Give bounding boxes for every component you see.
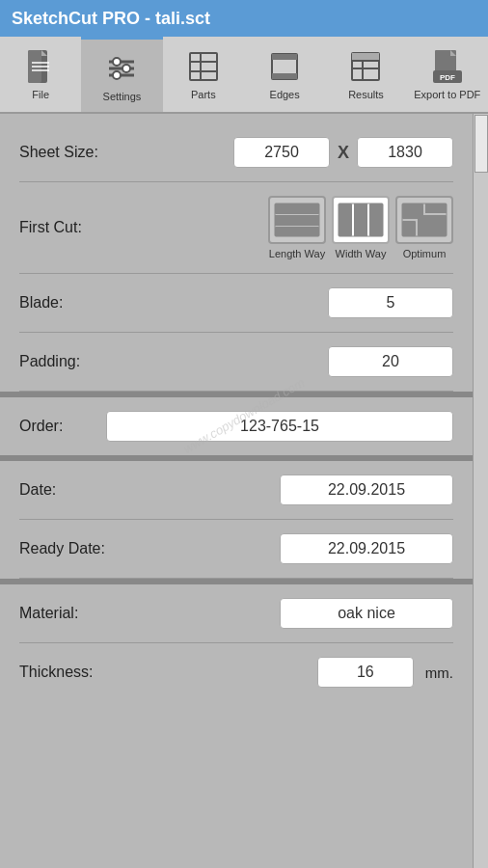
scrollbar-thumb[interactable] xyxy=(474,115,488,173)
thickness-label: Thickness: xyxy=(19,664,145,681)
svg-rect-38 xyxy=(425,203,447,213)
toolbar-parts[interactable]: Parts xyxy=(163,37,244,112)
order-input[interactable] xyxy=(106,411,453,442)
x-separator: X xyxy=(338,143,349,163)
order-input-wrapper xyxy=(106,411,453,442)
order-row: Order: xyxy=(19,397,453,455)
cut-options: Length Way Width Way xyxy=(145,196,453,259)
thickness-row: Thickness: mm. xyxy=(19,643,453,707)
main-content: www.copydownload.com Sheet Size: X First… xyxy=(0,114,488,868)
results-icon xyxy=(347,48,384,85)
blade-input[interactable] xyxy=(328,287,453,318)
sheet-size-inputs: X xyxy=(145,137,453,168)
material-value xyxy=(145,598,453,629)
toolbar-file[interactable]: File xyxy=(0,37,81,112)
edges-icon xyxy=(266,48,303,85)
thickness-value: mm. xyxy=(145,657,453,688)
date-label: Date: xyxy=(19,481,145,499)
material-input[interactable] xyxy=(280,598,453,629)
svg-rect-12 xyxy=(190,53,217,80)
length-way-label: Length Way xyxy=(269,248,325,259)
thickness-unit: mm. xyxy=(425,665,453,681)
sheet-height-input[interactable] xyxy=(357,137,453,168)
svg-rect-18 xyxy=(272,73,297,79)
cut-option-width-way[interactable]: Width Way xyxy=(332,196,390,259)
order-label: Order: xyxy=(19,418,106,435)
padding-value xyxy=(145,346,453,377)
svg-point-9 xyxy=(113,58,121,66)
svg-rect-39 xyxy=(402,221,416,236)
cut-option-length-way[interactable]: Length Way xyxy=(268,196,326,259)
blade-row: Blade: xyxy=(19,274,453,333)
ready-date-input[interactable] xyxy=(280,533,453,564)
toolbar-results-label: Results xyxy=(348,89,384,100)
first-cut-label: First Cut: xyxy=(19,219,145,236)
title-bar: SketchCut PRO - tali.sct xyxy=(0,0,488,37)
optimum-label: Optimum xyxy=(403,248,447,259)
toolbar: File Settings Parts xyxy=(0,37,488,114)
parts-icon xyxy=(185,48,222,85)
svg-point-10 xyxy=(122,65,130,72)
sheet-size-label: Sheet Size: xyxy=(19,144,145,161)
svg-rect-40 xyxy=(418,215,447,236)
width-way-label: Width Way xyxy=(336,248,387,259)
toolbar-parts-label: Parts xyxy=(191,89,216,100)
date-row: Date: xyxy=(19,461,453,520)
ready-date-value xyxy=(145,533,453,564)
sheet-size-row: Sheet Size: X xyxy=(19,123,453,182)
toolbar-settings[interactable]: Settings xyxy=(81,37,162,112)
svg-text:PDF: PDF xyxy=(440,73,455,82)
toolbar-export-pdf[interactable]: PDF Export to PDF xyxy=(407,37,488,112)
optimum-icon-box xyxy=(395,196,453,244)
padding-label: Padding: xyxy=(19,353,145,370)
thickness-input[interactable] xyxy=(317,657,414,688)
settings-icon xyxy=(103,50,140,87)
width-way-icon-box xyxy=(332,196,390,244)
blade-value xyxy=(145,287,453,318)
material-label: Material: xyxy=(19,605,145,622)
svg-rect-35 xyxy=(369,203,383,236)
file-icon xyxy=(22,48,59,85)
export-pdf-icon: PDF xyxy=(429,48,466,85)
first-cut-row: First Cut: Length Way xyxy=(19,182,453,274)
sheet-width-input[interactable] xyxy=(233,137,330,168)
scrollbar[interactable] xyxy=(473,114,488,868)
toolbar-edges[interactable]: Edges xyxy=(244,37,325,112)
toolbar-settings-label: Settings xyxy=(103,91,142,102)
material-row: Material: xyxy=(19,584,453,643)
app-title: SketchCut PRO - tali.sct xyxy=(12,9,210,29)
blade-label: Blade: xyxy=(19,294,145,312)
ready-date-label: Ready Date: xyxy=(19,540,145,557)
padding-input[interactable] xyxy=(328,346,453,377)
ready-date-row: Ready Date: xyxy=(19,520,453,579)
cut-option-optimum[interactable]: Optimum xyxy=(395,196,453,259)
date-value xyxy=(145,475,453,505)
svg-rect-29 xyxy=(275,203,319,214)
date-input[interactable] xyxy=(280,475,453,505)
toolbar-file-label: File xyxy=(32,89,49,100)
length-way-icon-box xyxy=(268,196,326,244)
toolbar-edges-label: Edges xyxy=(270,89,300,100)
svg-rect-30 xyxy=(275,215,319,226)
svg-rect-33 xyxy=(339,203,352,236)
svg-rect-20 xyxy=(352,53,379,61)
svg-point-11 xyxy=(113,71,121,79)
toolbar-results[interactable]: Results xyxy=(325,37,406,112)
padding-row: Padding: xyxy=(19,333,453,392)
svg-rect-17 xyxy=(272,54,297,60)
toolbar-export-pdf-label: Export to PDF xyxy=(414,89,480,100)
svg-rect-34 xyxy=(354,203,367,236)
svg-rect-31 xyxy=(275,227,319,236)
